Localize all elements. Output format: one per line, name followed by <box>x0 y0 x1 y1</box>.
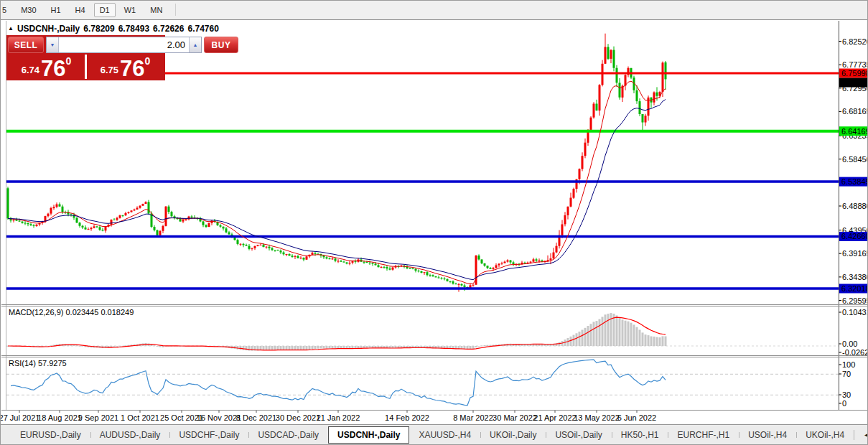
svg-text:6.42660: 6.42660 <box>841 232 868 240</box>
svg-text:100: 100 <box>842 360 855 369</box>
buy-price-sup: 0 <box>145 55 151 67</box>
macd-histogram <box>7 313 667 351</box>
chart-window: 6.825206.777356.729506.681656.632356.584… <box>1 19 868 426</box>
svg-text:6.64169: 6.64169 <box>841 127 868 136</box>
arrow-down-icon: ▼ <box>50 42 55 47</box>
chart-tab-bar: EURUSD-,Daily AUDUSD-,Daily USDCHF-,Dail… <box>1 424 867 444</box>
rsi-label: RSI(14) 57.9275 <box>9 359 67 367</box>
tab-hk50-h1[interactable]: HK50-,H1 <box>612 426 668 444</box>
svg-text:6.77735: 6.77735 <box>842 60 868 69</box>
tab-ukoil-h4[interactable]: UKOil-,H4 <box>796 426 854 444</box>
svg-text:6.53845: 6.53845 <box>841 177 868 186</box>
buy-price[interactable]: 6.75760 <box>87 55 164 79</box>
tab-eurchf-h1[interactable]: EURCHF-,H1 <box>668 426 739 444</box>
tab-ukoil-daily[interactable]: UKOil-,Daily <box>480 426 546 444</box>
svg-text:6.39165: 6.39165 <box>842 249 868 258</box>
svg-text:30 Dec 2021: 30 Dec 2021 <box>276 413 320 422</box>
svg-text:27 Jul 2021: 27 Jul 2021 <box>1 413 39 422</box>
svg-text:8 Dec 2021: 8 Dec 2021 <box>236 413 276 422</box>
tf-button-w1[interactable]: W1 <box>118 3 142 17</box>
svg-text:30 Mar 2022: 30 Mar 2022 <box>493 413 537 422</box>
scroll-left-icon[interactable]: ◄ <box>863 431 868 439</box>
tf-button-h1[interactable]: H1 <box>45 3 67 17</box>
volume-spinner: ▼ ▲ <box>46 37 202 53</box>
svg-text:9 Sep 2021: 9 Sep 2021 <box>78 413 118 422</box>
tf-button-m30[interactable]: M30 <box>15 3 42 17</box>
volume-increase-button[interactable]: ▲ <box>189 37 201 52</box>
time-axis[interactable]: 27 Jul 202118 Aug 20219 Sep 20211 Oct 20… <box>1 411 656 422</box>
volume-input[interactable] <box>59 37 189 52</box>
buy-button[interactable]: BUY <box>204 37 238 53</box>
tab-usdchf-daily[interactable]: USDCHF-,Daily <box>169 426 248 444</box>
rsi-levels <box>6 374 839 395</box>
ohlc-close: 6.74760 <box>187 24 218 34</box>
svg-text:6 Jun 2022: 6 Jun 2022 <box>617 413 656 422</box>
svg-text:6.32018: 6.32018 <box>841 284 868 293</box>
svg-text:0: 0 <box>842 399 846 408</box>
tf-button-m5[interactable]: 5 <box>1 3 12 17</box>
tab-eurusd-daily[interactable]: EURUSD-,Daily <box>11 426 90 444</box>
tab-usdcnh-daily[interactable]: USDCNH-,Daily <box>328 426 409 444</box>
sell-price-small: 6.74 <box>22 65 39 75</box>
svg-text:6.68165: 6.68165 <box>842 107 868 116</box>
svg-text:30: 30 <box>842 390 851 399</box>
macd-label: MACD(12,26,9) 0.023445 0.018249 <box>9 308 134 317</box>
svg-text:0.00: 0.00 <box>842 339 857 348</box>
tf-button-mn[interactable]: MN <box>144 3 168 17</box>
svg-text:6.75998: 6.75998 <box>841 69 868 78</box>
svg-text:8 Mar 2022: 8 Mar 2022 <box>453 413 493 422</box>
rsi-line <box>11 360 666 406</box>
ohlc-high: 6.78493 <box>118 24 149 34</box>
svg-text:6.34380: 6.34380 <box>842 273 868 281</box>
svg-text:6.58450: 6.58450 <box>842 155 868 164</box>
tab-scroll-buttons: ◄ ► <box>854 430 868 440</box>
svg-text:0.104313: 0.104313 <box>842 308 868 317</box>
chart-symbol-period: USDCNH-,Daily <box>17 24 80 34</box>
indicator-axes: 0.1043130.00-0.02624910070300 <box>839 308 868 408</box>
tab-audusd-daily[interactable]: AUDUSD-,Daily <box>90 426 170 444</box>
sell-button[interactable]: SELL <box>8 37 44 53</box>
svg-text:1 Oct 2021: 1 Oct 2021 <box>121 413 159 422</box>
volume-decrease-button[interactable]: ▼ <box>47 37 59 52</box>
collapse-icon[interactable]: ▲ <box>8 25 14 32</box>
sell-price[interactable]: 6.74760 <box>8 55 85 79</box>
svg-text:6.29595: 6.29595 <box>842 296 868 305</box>
svg-text:6.48880: 6.48880 <box>842 202 868 210</box>
ohlc-open: 6.78209 <box>83 24 114 34</box>
tf-button-h4[interactable]: H4 <box>70 3 91 17</box>
svg-text:13 May 2022: 13 May 2022 <box>574 413 620 422</box>
svg-text:18 Aug 2021: 18 Aug 2021 <box>37 413 82 422</box>
tab-usoil-h4[interactable]: USOil-,H4 <box>739 426 796 444</box>
tab-usdcad-daily[interactable]: USDCAD-,Daily <box>248 426 328 444</box>
svg-text:21 Jan 2022: 21 Jan 2022 <box>317 413 360 422</box>
svg-text:-0.026249: -0.026249 <box>842 348 868 357</box>
trading-terminal-window: 5 M30 H1 H4 D1 W1 MN 6.825206.777356.729… <box>0 0 868 445</box>
timeframe-toolbar: 5 M30 H1 H4 D1 W1 MN <box>1 1 867 19</box>
sell-price-sup: 0 <box>66 55 72 67</box>
tf-button-d1[interactable]: D1 <box>94 3 116 17</box>
buy-price-small: 6.75 <box>101 65 118 75</box>
arrow-up-icon: ▲ <box>193 42 198 47</box>
svg-text:16 Nov 2021: 16 Nov 2021 <box>197 413 241 422</box>
svg-text:6.82520: 6.82520 <box>842 37 868 46</box>
price-line-labels: 6.759986.641696.538456.426606.320186.747… <box>839 69 868 294</box>
one-click-trading-panel: SELL ▼ ▲ BUY 6.74760 6.75760 <box>6 35 165 80</box>
chart-title: ▲USDCNH-,Daily6.782096.784936.726266.747… <box>8 24 219 34</box>
svg-text:70: 70 <box>842 370 851 378</box>
tab-usoil-daily[interactable]: USOil-,Daily <box>546 426 611 444</box>
horizontal-lines[interactable] <box>6 73 839 289</box>
ohlc-low: 6.72626 <box>153 24 184 34</box>
svg-text:21 Apr 2022: 21 Apr 2022 <box>533 413 576 422</box>
sell-price-big: 76 <box>41 60 65 78</box>
svg-text:6.74760: 6.74760 <box>841 78 868 87</box>
tab-xauusd-h4[interactable]: XAUUSD-,H4 <box>409 426 480 444</box>
buy-price-big: 76 <box>120 60 144 78</box>
toolbar-separator <box>175 4 176 16</box>
svg-text:14 Feb 2022: 14 Feb 2022 <box>385 413 429 422</box>
